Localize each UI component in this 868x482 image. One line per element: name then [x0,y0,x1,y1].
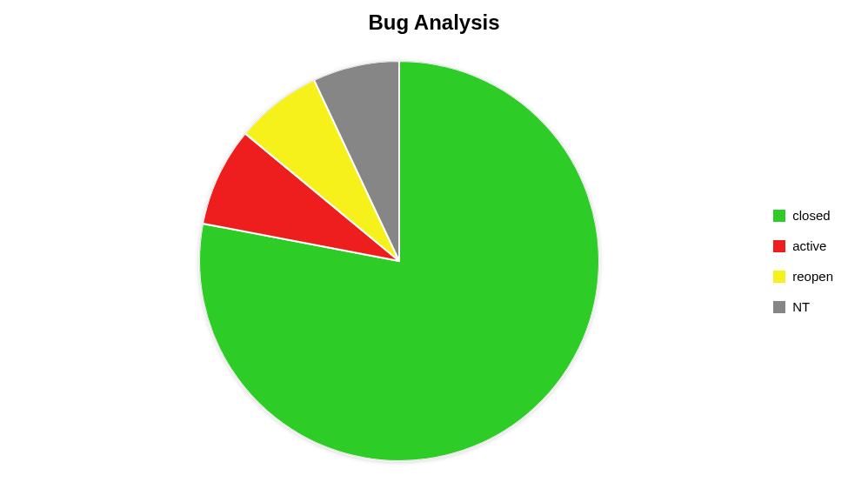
legend-swatch-icon [773,210,785,222]
legend-label: reopen [792,269,833,284]
legend-label: NT [792,299,810,314]
legend-swatch-icon [773,240,785,252]
pie-chart [190,52,608,470]
chart-title: Bug Analysis [0,0,868,42]
legend-item-active: active [773,238,833,253]
chart-body: closedactivereopenNT [0,42,868,480]
chart-container: Bug Analysis closedactivereopenNT [0,0,868,482]
legend-swatch-icon [773,301,785,313]
legend-item-NT: NT [773,299,833,314]
pie-wrapper [190,52,608,470]
legend-item-closed: closed [773,208,833,223]
legend-label: closed [792,208,830,223]
legend-label: active [792,238,826,253]
legend-item-reopen: reopen [773,269,833,284]
legend-swatch-icon [773,271,785,283]
legend: closedactivereopenNT [773,208,833,314]
